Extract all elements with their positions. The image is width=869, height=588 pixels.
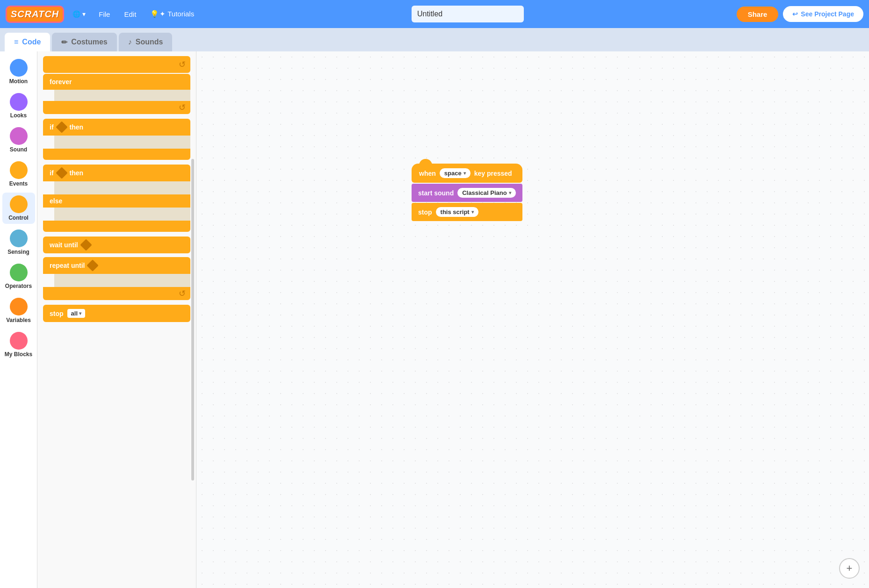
key-pressed-label: key pressed xyxy=(474,170,512,177)
wait-until-block[interactable]: wait until xyxy=(43,237,190,253)
stop-script-option-pill[interactable]: this script ▾ xyxy=(436,207,478,217)
stop-this-script-block[interactable]: stop this script ▾ xyxy=(412,203,522,221)
canvas-area[interactable]: when space ▾ key pressed start sound Cla… xyxy=(196,51,869,588)
if-inner xyxy=(54,136,190,149)
forever-block-inner xyxy=(54,90,190,101)
repeat-diamond xyxy=(87,259,99,271)
sidebar-item-looks[interactable]: Looks xyxy=(2,90,35,122)
if-else-inner1 xyxy=(54,181,190,194)
loop-arrow-icon: ↺ xyxy=(179,59,186,70)
repeat-loop-icon: ↺ xyxy=(179,288,186,299)
if-else-if-label: if xyxy=(50,169,54,177)
control-label: Control xyxy=(8,215,29,221)
forever-label: forever xyxy=(50,78,72,86)
sensing-dot xyxy=(10,229,28,247)
code-icon: ≡ xyxy=(14,38,18,46)
sidebar-item-myblocks[interactable]: My Blocks xyxy=(2,329,35,360)
sound-option-label: Classical Piano xyxy=(462,189,507,196)
if-footer xyxy=(43,149,190,160)
looks-dot xyxy=(10,93,28,111)
myblocks-dot xyxy=(10,332,28,350)
see-project-button[interactable]: ↩ See Project Page xyxy=(783,6,863,22)
forever-loop-icon: ↺ xyxy=(179,102,186,113)
repeat-until-label: repeat until xyxy=(50,262,85,269)
project-title-input[interactable] xyxy=(412,6,524,22)
tutorials-menu[interactable]: 💡 ✦ Tutorials xyxy=(145,7,199,21)
lightbulb-icon: 💡 xyxy=(150,10,159,18)
sound-dot xyxy=(10,127,28,145)
repeat-until-block[interactable]: repeat until ↺ xyxy=(43,257,190,300)
tab-code[interactable]: ≡ Code xyxy=(5,33,50,51)
sidebar-item-variables[interactable]: Variables xyxy=(2,295,35,326)
if-label: if xyxy=(50,123,54,131)
hat-block-when-key[interactable]: when space ▾ key pressed xyxy=(412,164,522,183)
variables-label: Variables xyxy=(6,317,31,323)
main-area: Motion Looks Sound Events Control Sensin… xyxy=(0,51,869,588)
tabs-row: ≡ Code ✏ Costumes ♪ Sounds xyxy=(0,28,869,51)
tab-sounds-label: Sounds xyxy=(136,38,163,46)
scratch-logo[interactable]: SCRATCH xyxy=(6,6,64,23)
stop-script-label: stop xyxy=(418,208,432,216)
block-stack: when space ▾ key pressed start sound Cla… xyxy=(412,164,522,221)
if-then-else-block[interactable]: if then else xyxy=(43,165,190,232)
blocks-panel: ↺ forever ↺ if then if xyxy=(37,51,196,588)
see-project-label: See Project Page xyxy=(801,10,854,18)
globe-icon: 🌐 xyxy=(72,10,80,18)
else-condition-diamond xyxy=(56,167,67,179)
sidebar-item-motion[interactable]: Motion xyxy=(2,56,35,87)
sidebar: Motion Looks Sound Events Control Sensin… xyxy=(0,51,37,588)
costumes-icon: ✏ xyxy=(61,38,67,47)
file-menu[interactable]: File xyxy=(94,7,115,21)
if-then-block[interactable]: if then xyxy=(43,119,190,160)
control-dot xyxy=(10,195,28,213)
looks-label: Looks xyxy=(10,112,27,119)
stop-block[interactable]: stop all ▾ xyxy=(43,305,190,322)
condition-diamond xyxy=(56,121,67,133)
hat-bump xyxy=(419,159,432,165)
repeat-until-inner xyxy=(54,274,190,287)
sound-dropdown-arrow: ▾ xyxy=(509,190,511,195)
if-top: if then xyxy=(43,119,190,136)
tab-costumes-label: Costumes xyxy=(71,38,107,46)
edit-menu[interactable]: Edit xyxy=(119,7,141,21)
start-sound-block[interactable]: start sound Classical Piano ▾ xyxy=(412,184,522,202)
partial-block[interactable]: ↺ xyxy=(43,56,190,73)
sidebar-item-sensing[interactable]: Sensing xyxy=(2,227,35,258)
repeat-until-footer: ↺ xyxy=(43,287,190,300)
sidebar-item-events[interactable]: Events xyxy=(2,158,35,190)
then-label: then xyxy=(70,123,84,131)
sidebar-item-operators[interactable]: Operators xyxy=(2,261,35,292)
globe-button[interactable]: 🌐 ▾ xyxy=(69,8,89,20)
share-button[interactable]: Share xyxy=(737,7,779,22)
stop-option-pill[interactable]: all ▾ xyxy=(67,309,85,318)
sidebar-item-control[interactable]: Control xyxy=(2,193,35,224)
myblocks-label: My Blocks xyxy=(5,351,32,358)
motion-dot xyxy=(10,59,28,77)
start-sound-label: start sound xyxy=(418,189,454,197)
stop-script-option-label: this script xyxy=(441,208,470,215)
hat-when-label: when xyxy=(419,170,436,177)
plus-icon: + xyxy=(847,562,853,574)
canvas-script: when space ▾ key pressed start sound Cla… xyxy=(412,164,522,221)
scrollbar[interactable] xyxy=(191,159,194,481)
motion-label: Motion xyxy=(9,78,28,85)
stop-label: stop xyxy=(50,310,64,317)
top-navigation: SCRATCH 🌐 ▾ File Edit 💡 ✦ Tutorials Shar… xyxy=(0,0,869,28)
forever-block-footer: ↺ xyxy=(43,101,190,114)
key-label: space xyxy=(444,170,462,177)
if-else-then-label: then xyxy=(70,169,84,177)
if-else-top: if then xyxy=(43,165,190,181)
tab-sounds[interactable]: ♪ Sounds xyxy=(119,33,173,51)
key-selector-pill[interactable]: space ▾ xyxy=(440,168,471,178)
if-else-inner2 xyxy=(54,208,190,221)
sound-label: Sound xyxy=(10,146,27,153)
wait-until-label: wait until xyxy=(50,241,78,249)
stop-script-dropdown-arrow: ▾ xyxy=(471,209,474,215)
tab-costumes[interactable]: ✏ Costumes xyxy=(52,33,116,51)
zoom-in-button[interactable]: + xyxy=(839,558,860,579)
sounds-icon: ♪ xyxy=(128,38,132,46)
sidebar-item-sound[interactable]: Sound xyxy=(2,124,35,156)
forever-block[interactable]: forever ↺ xyxy=(43,74,190,114)
sound-selector-pill[interactable]: Classical Piano ▾ xyxy=(457,188,515,198)
wait-diamond xyxy=(80,239,92,251)
